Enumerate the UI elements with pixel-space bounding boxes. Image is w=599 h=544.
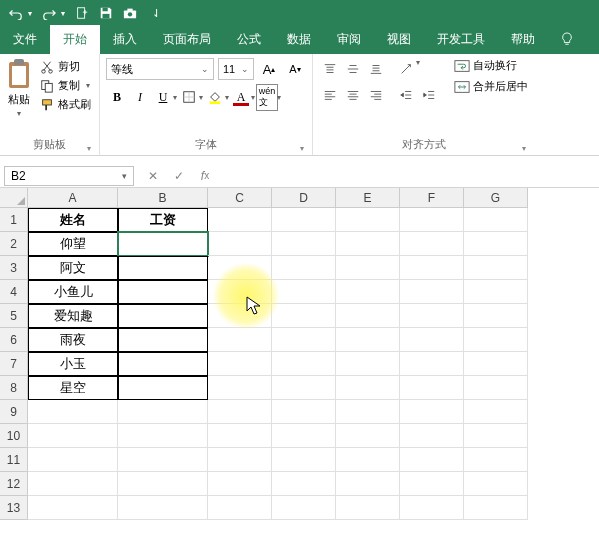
cell[interactable]: 小鱼儿 bbox=[28, 280, 118, 304]
tell-me-icon[interactable] bbox=[552, 28, 582, 54]
cell[interactable] bbox=[336, 496, 400, 520]
cell[interactable] bbox=[400, 400, 464, 424]
align-center-icon[interactable] bbox=[342, 84, 364, 106]
dropdown-icon[interactable]: ▾ bbox=[277, 93, 281, 102]
align-left-icon[interactable] bbox=[319, 84, 341, 106]
cell[interactable] bbox=[272, 208, 336, 232]
cell[interactable] bbox=[118, 496, 208, 520]
dropdown-icon[interactable]: ▾ bbox=[416, 58, 420, 80]
cell[interactable] bbox=[464, 472, 528, 496]
cell[interactable] bbox=[208, 472, 272, 496]
wrap-text-button[interactable]: 自动换行 bbox=[454, 58, 528, 73]
cell[interactable] bbox=[118, 352, 208, 376]
cell[interactable] bbox=[208, 256, 272, 280]
cell[interactable] bbox=[336, 304, 400, 328]
column-header[interactable]: C bbox=[208, 188, 272, 208]
row-header[interactable]: 5 bbox=[0, 304, 28, 328]
cell[interactable] bbox=[336, 280, 400, 304]
row-header[interactable]: 11 bbox=[0, 448, 28, 472]
row-header[interactable]: 1 bbox=[0, 208, 28, 232]
merge-center-button[interactable]: 合并后居中 bbox=[454, 79, 528, 94]
cell[interactable] bbox=[400, 328, 464, 352]
tab-dev[interactable]: 开发工具 bbox=[424, 25, 498, 54]
cell[interactable] bbox=[208, 280, 272, 304]
cell[interactable] bbox=[208, 448, 272, 472]
cell[interactable] bbox=[464, 424, 528, 448]
cell[interactable] bbox=[28, 400, 118, 424]
cell[interactable]: 工资 bbox=[118, 208, 208, 232]
row-header[interactable]: 10 bbox=[0, 424, 28, 448]
column-header[interactable]: B bbox=[118, 188, 208, 208]
font-name-combo[interactable]: 等线⌄ bbox=[106, 58, 214, 80]
cell[interactable] bbox=[272, 304, 336, 328]
cell[interactable] bbox=[336, 328, 400, 352]
underline-button[interactable]: U bbox=[152, 86, 174, 108]
cell[interactable]: 仰望 bbox=[28, 232, 118, 256]
cell[interactable] bbox=[28, 448, 118, 472]
cell[interactable] bbox=[208, 304, 272, 328]
phonetic-button[interactable]: wén 文 bbox=[256, 86, 278, 108]
dropdown-icon[interactable]: ▾ bbox=[173, 93, 177, 102]
tab-layout[interactable]: 页面布局 bbox=[150, 25, 224, 54]
cell[interactable] bbox=[464, 352, 528, 376]
cell[interactable] bbox=[464, 232, 528, 256]
qat-overflow-icon[interactable]: ⇃ bbox=[152, 7, 161, 20]
cell[interactable] bbox=[208, 496, 272, 520]
select-all-corner[interactable] bbox=[0, 188, 28, 208]
cell[interactable] bbox=[336, 256, 400, 280]
row-header[interactable]: 4 bbox=[0, 280, 28, 304]
cell[interactable] bbox=[400, 472, 464, 496]
cell[interactable] bbox=[336, 232, 400, 256]
align-middle-icon[interactable] bbox=[342, 58, 364, 80]
new-file-icon[interactable] bbox=[71, 2, 93, 24]
cell[interactable] bbox=[272, 232, 336, 256]
cell[interactable] bbox=[400, 352, 464, 376]
cell[interactable] bbox=[400, 280, 464, 304]
cell[interactable] bbox=[464, 496, 528, 520]
cell[interactable] bbox=[208, 352, 272, 376]
orientation-icon[interactable] bbox=[395, 58, 417, 80]
cell[interactable]: 星空 bbox=[28, 376, 118, 400]
cell[interactable] bbox=[208, 208, 272, 232]
cell[interactable] bbox=[336, 352, 400, 376]
align-top-icon[interactable] bbox=[319, 58, 341, 80]
paste-button[interactable]: 粘贴 ▾ bbox=[6, 58, 32, 118]
cell[interactable] bbox=[118, 280, 208, 304]
cell[interactable] bbox=[400, 448, 464, 472]
cell[interactable]: 阿文 bbox=[28, 256, 118, 280]
cell[interactable] bbox=[464, 280, 528, 304]
cell[interactable] bbox=[464, 208, 528, 232]
cell[interactable] bbox=[464, 376, 528, 400]
cell[interactable] bbox=[28, 496, 118, 520]
cell[interactable] bbox=[208, 424, 272, 448]
row-header[interactable]: 6 bbox=[0, 328, 28, 352]
cell[interactable] bbox=[118, 256, 208, 280]
bold-button[interactable]: B bbox=[106, 86, 128, 108]
cell[interactable] bbox=[464, 400, 528, 424]
accept-formula-icon[interactable]: ✓ bbox=[166, 165, 192, 187]
cell[interactable] bbox=[272, 280, 336, 304]
cell[interactable]: 爱知趣 bbox=[28, 304, 118, 328]
cell[interactable]: 雨夜 bbox=[28, 328, 118, 352]
name-box[interactable]: B2▾ bbox=[4, 166, 134, 186]
cell[interactable] bbox=[118, 328, 208, 352]
cell[interactable] bbox=[208, 232, 272, 256]
cell[interactable] bbox=[208, 400, 272, 424]
cell[interactable] bbox=[336, 472, 400, 496]
cell[interactable] bbox=[272, 256, 336, 280]
cell[interactable] bbox=[400, 496, 464, 520]
cell[interactable] bbox=[118, 400, 208, 424]
cell[interactable] bbox=[400, 256, 464, 280]
cell[interactable] bbox=[118, 232, 208, 256]
tab-help[interactable]: 帮助 bbox=[498, 25, 548, 54]
row-header[interactable]: 8 bbox=[0, 376, 28, 400]
cell[interactable]: 姓名 bbox=[28, 208, 118, 232]
cell[interactable] bbox=[464, 256, 528, 280]
dropdown-icon[interactable]: ▾ bbox=[225, 93, 229, 102]
cell[interactable] bbox=[400, 208, 464, 232]
row-header[interactable]: 7 bbox=[0, 352, 28, 376]
row-header[interactable]: 2 bbox=[0, 232, 28, 256]
cell[interactable] bbox=[28, 472, 118, 496]
cell[interactable] bbox=[336, 376, 400, 400]
cut-button[interactable]: 剪切 bbox=[38, 58, 93, 75]
